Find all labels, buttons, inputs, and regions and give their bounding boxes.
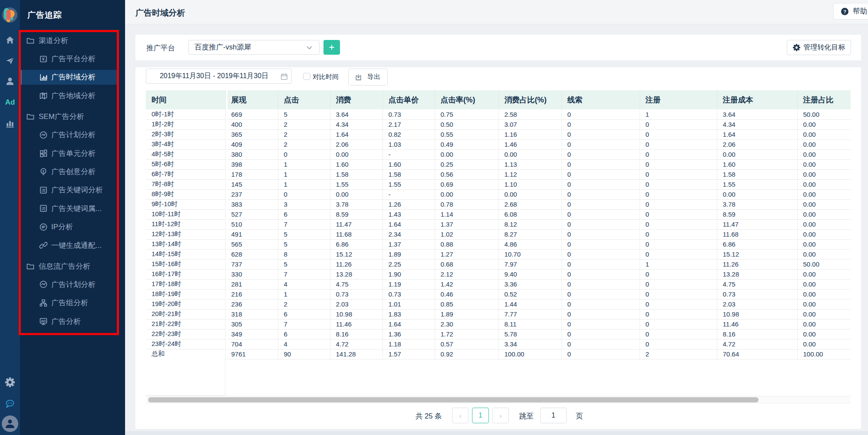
svg-text:?: ? <box>843 9 846 14</box>
